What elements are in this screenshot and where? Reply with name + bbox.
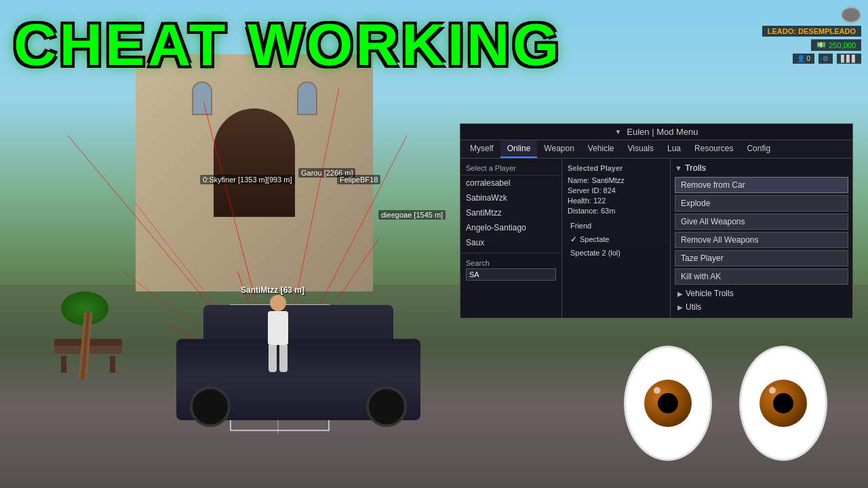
eye-left-pupil <box>658 393 678 413</box>
palm-tree <box>81 312 90 380</box>
hud-icons-row: 👤 0 ⚙ ▋▋▋ <box>793 54 861 64</box>
building-windows <box>149 81 359 115</box>
vehicle-trolls-arrow: ▶ <box>677 290 683 298</box>
player-leg-left <box>269 345 277 372</box>
trolls-collapse-arrow[interactable]: ▼ <box>675 164 682 172</box>
mod-menu-body: Select a Player corralesabel SabinaWzk S… <box>460 159 852 318</box>
kill-with-ak-button[interactable]: Kill with AK <box>675 268 848 285</box>
hud-gear-icon: ⚙ <box>818 54 833 64</box>
tab-lua[interactable]: Lua <box>660 140 688 158</box>
search-label: Search <box>466 259 556 267</box>
taze-player-button[interactable]: Taze Player <box>675 250 848 266</box>
player-list-panel: Select a Player corralesabel SabinaWzk S… <box>460 159 562 318</box>
player-list-item-santimtzz[interactable]: SantiMtzz <box>460 205 561 220</box>
player-legs <box>258 345 298 372</box>
eye-right <box>739 346 827 461</box>
eye-hud-icon <box>841 7 861 23</box>
trolls-header: ▼ Trolls <box>675 163 848 173</box>
tab-visuals[interactable]: Visuals <box>621 140 660 158</box>
player-list-divider <box>460 253 561 253</box>
trolls-panel: ▼ Trolls Remove from Car Explode Give Al… <box>671 159 852 318</box>
eye-right-iris <box>760 380 807 427</box>
tab-config[interactable]: Config <box>740 140 777 158</box>
mod-menu-header: ▼ Eulen | Mod Menu <box>460 124 852 140</box>
health-row: Health: 122 <box>568 197 665 205</box>
santimtzz-label: SantiMtzz [63 m] <box>241 285 304 295</box>
player-label-felipebf18: FelipeBF18 <box>337 175 380 184</box>
mod-menu-collapse-arrow[interactable]: ▼ <box>614 128 621 136</box>
spectate-label: Spectate <box>580 235 609 243</box>
search-container: Search <box>460 256 561 283</box>
spectate-checkmark: ✓ <box>570 235 577 244</box>
spectate2-label: Spectate 2 (lol) <box>570 249 620 257</box>
search-input[interactable] <box>466 268 556 281</box>
money-icon: 💵 <box>816 41 826 49</box>
hud-top-right: LEADO: DESEMPLEADO 💵 250,000 👤 0 ⚙ ▋▋▋ <box>762 7 861 64</box>
server-id-row: Server ID: 824 <box>568 186 665 195</box>
distance-row: Distance: 63m <box>568 207 665 215</box>
explode-button[interactable]: Explode <box>675 195 848 211</box>
give-all-weapons-button[interactable]: Give All Weapons <box>675 214 848 230</box>
mod-menu-title: Eulen | Mod Menu <box>627 127 698 137</box>
hud-player-icon: 👤 0 <box>793 54 814 64</box>
select-player-header: Select a Player <box>460 161 561 176</box>
window-right <box>297 81 317 115</box>
player-label-skyfiner: 0:Skyfiner [1353 m][993 m] <box>200 175 295 184</box>
suv-wheel-left <box>190 386 231 427</box>
tab-weapon[interactable]: Weapon <box>537 140 580 158</box>
player-label-dieegoae: dieegoae [1545 m] <box>378 210 446 220</box>
utils-label: Utils <box>686 302 701 312</box>
player-list-item-sabinawzk[interactable]: SabinaWzk <box>460 190 561 205</box>
player-list-item-corralesabel[interactable]: corralesabel <box>460 176 561 190</box>
window-left <box>192 81 212 115</box>
action-spectate2[interactable]: Spectate 2 (lol) <box>568 247 665 258</box>
remove-from-car-button[interactable]: Remove from Car <box>675 177 848 193</box>
bench-leg-left <box>61 356 66 373</box>
player-character <box>258 295 298 376</box>
building-arch <box>214 108 295 217</box>
eye-right-highlight <box>769 387 776 394</box>
player-head <box>270 295 286 311</box>
suv-wheel-right <box>366 386 407 427</box>
hud-money: 💵 250,000 <box>811 39 861 51</box>
vehicle-trolls-label: Vehicle Trolls <box>686 289 734 298</box>
player-actions: Friend ✓ Spectate Spectate 2 (lol) <box>568 220 665 258</box>
trolls-title: Trolls <box>685 163 706 173</box>
friend-label: Friend <box>570 222 591 230</box>
utils-section[interactable]: ▶ Utils <box>675 300 848 314</box>
player-list-item-angelo[interactable]: Angelo-Santiago <box>460 220 561 235</box>
tab-online[interactable]: Online <box>500 140 538 158</box>
remove-all-weapons-button[interactable]: Remove All Weapons <box>675 232 848 248</box>
cheat-working-title: CHEAT WORKING <box>14 10 561 79</box>
action-spectate[interactable]: ✓ Spectate <box>568 233 665 245</box>
mod-menu: ▼ Eulen | Mod Menu Myself Online Weapon … <box>460 123 853 319</box>
eye-left-highlight <box>654 387 660 394</box>
action-friend[interactable]: Friend <box>568 220 665 231</box>
eyes-decoration <box>624 346 827 461</box>
vehicle-trolls-section[interactable]: ▶ Vehicle Trolls <box>675 287 848 300</box>
tab-vehicle[interactable]: Vehicle <box>581 140 621 158</box>
tab-myself[interactable]: Myself <box>463 140 500 158</box>
player-name-row: Name: SantiMtzz <box>568 176 665 184</box>
suv-vehicle <box>170 298 427 420</box>
bench-leg-right <box>110 356 115 373</box>
player-list-item-saux[interactable]: Saux <box>460 235 561 250</box>
player-body <box>268 311 288 345</box>
mod-menu-tabs: Myself Online Weapon Vehicle Visuals Lua… <box>460 140 852 159</box>
eye-left <box>624 346 712 461</box>
player-info-panel: Selected Player Name: SantiMtzz Server I… <box>562 159 671 318</box>
utils-arrow: ▶ <box>677 304 683 311</box>
eye-left-iris <box>644 380 692 427</box>
hud-status: LEADO: DESEMPLEADO <box>762 26 861 37</box>
hud-signal: ▋▋▋ <box>837 54 861 64</box>
eye-right-pupil <box>773 393 793 413</box>
selected-player-header: Selected Player <box>568 164 665 172</box>
tab-resources[interactable]: Resources <box>688 140 740 158</box>
player-leg-right <box>279 345 288 372</box>
